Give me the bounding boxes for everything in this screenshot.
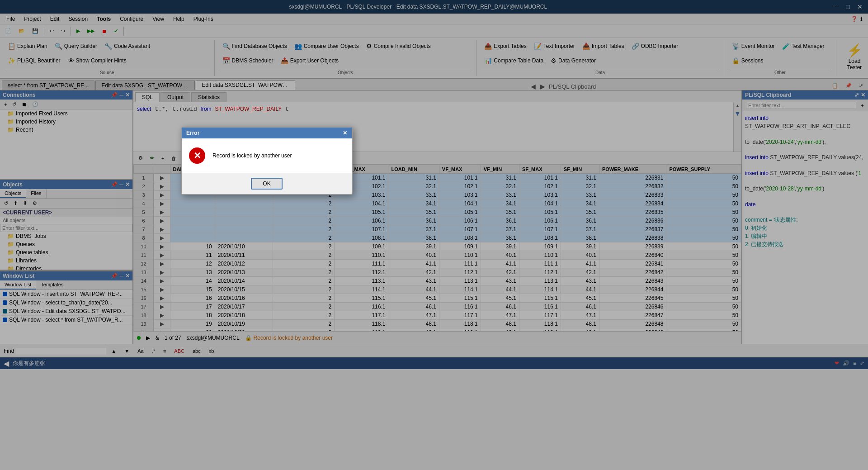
error-message: Record is locked by another user <box>212 152 292 159</box>
error-dialog-footer: OK <box>182 173 352 194</box>
error-dialog-close-icon[interactable]: ✕ <box>343 130 347 136</box>
error-dialog: Error ✕ ✕ Record is locked by another us… <box>181 127 353 195</box>
error-dialog-body: ✕ Record is locked by another user <box>182 138 352 173</box>
error-icon: ✕ <box>189 147 205 164</box>
error-dialog-titlebar: Error ✕ <box>182 128 352 138</box>
error-dialog-title: Error <box>186 130 199 136</box>
error-ok-button[interactable]: OK <box>251 178 282 190</box>
error-dialog-overlay: Error ✕ ✕ Record is locked by another us… <box>0 0 868 470</box>
